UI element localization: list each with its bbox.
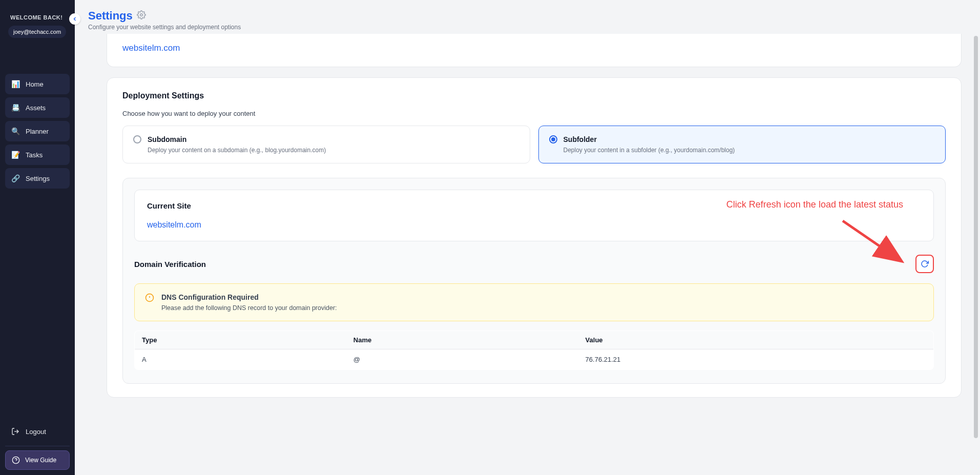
option-desc: Deploy your content in a subfolder (e.g.… <box>564 147 935 154</box>
svg-point-3 <box>140 14 143 16</box>
logout-icon <box>11 427 19 436</box>
nav-list: 📊 Home 📇 Assets 🔍 Planner 📝 Tasks 🔗 Sett… <box>0 74 75 189</box>
help-icon <box>12 456 20 464</box>
table-row: A @ 76.76.21.21 <box>135 349 934 370</box>
deployment-title: Deployment Settings <box>122 91 946 100</box>
nav-item-planner[interactable]: 🔍 Planner <box>5 121 70 141</box>
nav-label: Assets <box>26 104 46 112</box>
refresh-icon <box>921 260 929 268</box>
sidebar-bottom: Logout View Guide <box>0 421 75 475</box>
nav-item-assets[interactable]: 📇 Assets <box>5 97 70 118</box>
sidebar: WELCOME BACK! joey@techacc.com 📊 Home 📇 … <box>0 0 75 475</box>
cell-value: 76.76.21.21 <box>578 349 934 370</box>
content-scroll[interactable]: websitelm.com Deployment Settings Choose… <box>75 34 980 475</box>
collapse-sidebar-button[interactable] <box>69 13 80 25</box>
current-site-label: Current Site <box>147 201 921 210</box>
view-guide-button[interactable]: View Guide <box>5 450 70 470</box>
top-site-card: websitelm.com <box>107 34 962 67</box>
deployment-subtitle: Choose how you want to deploy your conte… <box>122 110 946 117</box>
option-label: Subdomain <box>148 135 186 143</box>
page-subtitle: Configure your website settings and depl… <box>88 24 967 31</box>
page-header: Settings Configure your website settings… <box>75 0 980 34</box>
planner-icon: 🔍 <box>11 127 19 135</box>
col-value: Value <box>578 331 934 349</box>
scrollbar-thumb[interactable] <box>974 36 978 438</box>
assets-icon: 📇 <box>11 104 19 112</box>
user-email-pill[interactable]: joey@techacc.com <box>8 26 66 38</box>
home-icon: 📊 <box>11 80 19 88</box>
warning-icon <box>145 293 154 312</box>
dns-table: Type Name Value A @ 76.76.21.21 <box>134 331 934 370</box>
refresh-button[interactable] <box>915 255 934 273</box>
welcome-text: WELCOME BACK! <box>0 14 75 26</box>
col-name: Name <box>346 331 578 349</box>
nav-item-tasks[interactable]: 📝 Tasks <box>5 144 70 165</box>
main-area: Settings Configure your website settings… <box>75 0 980 475</box>
cell-name: @ <box>346 349 578 370</box>
deployment-card: Deployment Settings Choose how you want … <box>107 77 962 398</box>
chevron-left-icon <box>72 16 78 22</box>
domain-verification-title: Domain Verification <box>134 260 206 269</box>
nav-label: Home <box>26 80 44 88</box>
scrollbar[interactable] <box>973 36 979 473</box>
dns-alert: DNS Configuration Required Please add th… <box>134 283 934 321</box>
option-subdomain[interactable]: Subdomain Deploy your content on a subdo… <box>122 126 530 163</box>
col-type: Type <box>135 331 346 349</box>
gear-icon <box>137 10 146 22</box>
option-desc: Deploy your content on a subdomain (e.g.… <box>148 147 519 154</box>
radio-icon <box>549 135 557 143</box>
guide-label: View Guide <box>25 457 56 464</box>
logout-button[interactable]: Logout <box>5 421 70 442</box>
domain-verification-header: Click Refresh icon the load the latest s… <box>134 255 934 273</box>
nav-item-settings[interactable]: 🔗 Settings <box>5 168 70 189</box>
page-title: Settings <box>88 9 133 23</box>
current-site-box: Current Site websitelm.com <box>134 190 934 241</box>
nav-item-home[interactable]: 📊 Home <box>5 74 70 94</box>
alert-desc: Please add the following DNS record to y… <box>161 304 337 312</box>
tasks-icon: 📝 <box>11 151 19 159</box>
nav-label: Settings <box>26 175 50 182</box>
current-site-link[interactable]: websitelm.com <box>147 220 201 229</box>
deployment-details-panel: Current Site websitelm.com Click Refresh… <box>122 178 946 384</box>
cell-type: A <box>135 349 346 370</box>
nav-label: Planner <box>26 128 49 135</box>
top-site-link[interactable]: websitelm.com <box>122 43 180 53</box>
option-subfolder[interactable]: Subfolder Deploy your content in a subfo… <box>538 126 946 163</box>
nav-label: Tasks <box>26 151 43 159</box>
deployment-options: Subdomain Deploy your content on a subdo… <box>122 126 946 163</box>
option-label: Subfolder <box>564 135 597 143</box>
settings-link-icon: 🔗 <box>11 174 19 182</box>
logout-label: Logout <box>26 428 46 436</box>
alert-title: DNS Configuration Required <box>161 293 337 301</box>
radio-icon <box>133 135 141 143</box>
divider <box>5 446 70 446</box>
